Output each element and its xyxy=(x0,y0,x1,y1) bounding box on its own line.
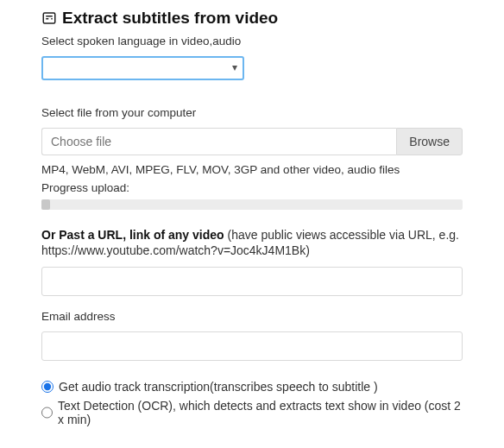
upload-progress-fill xyxy=(41,199,50,210)
email-label: Email address xyxy=(41,310,463,323)
browse-button[interactable]: Browse xyxy=(396,128,463,155)
language-label: Select spoken language in video,audio xyxy=(41,35,463,47)
url-section: Or Past a URL, link of any video (have p… xyxy=(41,227,463,296)
language-select[interactable] xyxy=(41,56,244,80)
mode-radio-audio-row: Get audio track transcription(transcribe… xyxy=(41,380,463,394)
file-label: Select file from your computer xyxy=(41,106,463,119)
title-row: Extract subtitles from video xyxy=(41,9,463,28)
mode-radio-ocr-label[interactable]: Text Detection (OCR), which detects and … xyxy=(58,399,463,426)
mode-radio-audio-label[interactable]: Get audio track transcription(transcribe… xyxy=(59,380,378,394)
choose-file-input[interactable] xyxy=(41,128,396,155)
progress-label: Progress upload: xyxy=(41,181,463,194)
url-label-bold: Or Past a URL, link of any video xyxy=(41,228,224,242)
subtitle-icon xyxy=(41,10,57,26)
language-select-wrap xyxy=(41,56,244,80)
svg-rect-0 xyxy=(43,13,55,23)
page-title: Extract subtitles from video xyxy=(62,9,278,28)
formats-hint: MP4, WebM, AVI, MPEG, FLV, MOV, 3GP and … xyxy=(41,162,463,178)
email-input[interactable] xyxy=(41,331,463,361)
file-group: Select file from your computer Browse MP… xyxy=(41,106,463,210)
mode-radio-audio[interactable] xyxy=(41,381,54,393)
mode-radio-ocr-row: Text Detection (OCR), which detects and … xyxy=(41,399,463,426)
page-container: Extract subtitles from video Select spok… xyxy=(0,0,504,448)
url-label: Or Past a URL, link of any video (have p… xyxy=(41,227,463,258)
email-section: Email address xyxy=(41,310,463,361)
file-row: Browse xyxy=(41,128,463,155)
mode-radio-group: Get audio track transcription(transcribe… xyxy=(41,380,463,426)
upload-progress-bar xyxy=(41,199,463,210)
url-input[interactable] xyxy=(41,267,463,296)
mode-radio-ocr[interactable] xyxy=(41,407,53,419)
